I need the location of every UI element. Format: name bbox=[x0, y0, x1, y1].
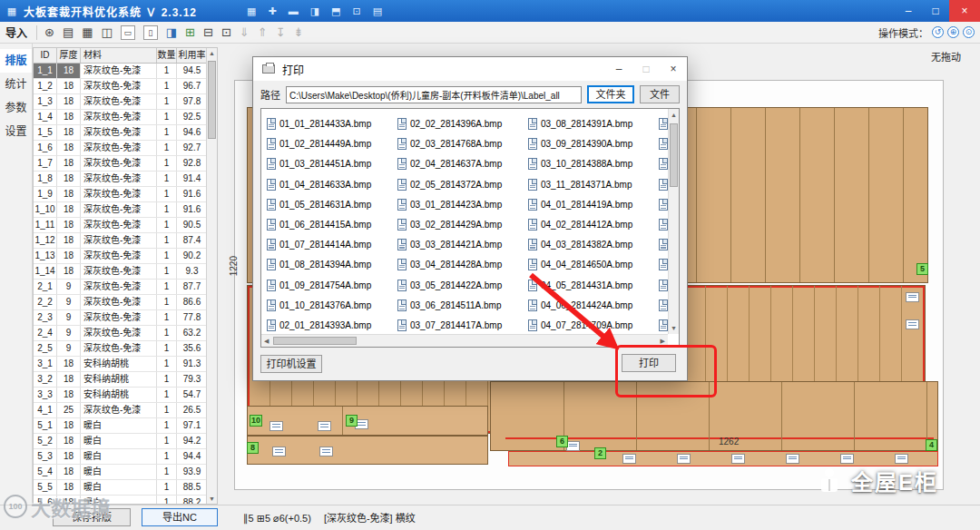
table-row[interactable]: 3_118安科纳胡桃191.3 bbox=[34, 357, 217, 372]
scroll-thumb[interactable] bbox=[670, 123, 678, 187]
table-row[interactable]: 1_1418深灰纹色-免漆19.3 bbox=[34, 264, 217, 280]
file-list-hscrollbar[interactable]: ◀ ▶ bbox=[261, 334, 668, 347]
table-row[interactable]: 1_1318深灰纹色-免漆190.2 bbox=[34, 249, 217, 264]
scroll-thumb[interactable] bbox=[273, 337, 357, 345]
file-item[interactable]: 03_04_2814428A.bmp bbox=[397, 255, 526, 274]
file-item[interactable]: 03_08_2814391A.bmp bbox=[528, 114, 657, 133]
dialog-close-button[interactable]: × bbox=[660, 57, 687, 81]
sidebar-item-参数[interactable]: 参数 bbox=[0, 96, 32, 120]
file-item[interactable]: 02_05_2814372A.bmp bbox=[397, 175, 526, 194]
file-item[interactable]: 03_03_2814421A.bmp bbox=[397, 235, 526, 254]
export-nc-button[interactable]: 导出NC bbox=[142, 508, 218, 526]
file-item[interactable]: 01_04_2814633A.bmp bbox=[267, 175, 396, 194]
table-row[interactable]: 1_1218深灰纹色-免漆187.4 bbox=[34, 233, 217, 249]
remove-icon[interactable]: ⊟ bbox=[203, 25, 213, 40]
file-item[interactable]: 03_01_2814423A.bmp bbox=[397, 195, 526, 214]
file-item[interactable]: 03_09_2814390A.bmp bbox=[528, 134, 657, 153]
table-row[interactable]: 2_49深灰纹色-免漆163.2 bbox=[34, 326, 217, 341]
file-item[interactable]: 02_04_2814637A.bmp bbox=[397, 154, 526, 173]
scroll-down-icon[interactable]: ▼ bbox=[207, 496, 217, 502]
file-item[interactable]: 03_07_2814417A.bmp bbox=[397, 316, 526, 332]
settings-icon[interactable]: ⊛ bbox=[44, 25, 54, 40]
file-item[interactable]: 02_02_2814396A.bmp bbox=[397, 114, 526, 133]
file-list-vscrollbar[interactable]: ▲ ▼ bbox=[668, 109, 679, 334]
half-panel-icon[interactable]: ◨ bbox=[310, 5, 319, 17]
scroll-left-icon[interactable]: ◀ bbox=[264, 338, 269, 345]
table-row[interactable]: 1_1118深灰纹色-免漆190.5 bbox=[34, 218, 217, 233]
select-mode-icon[interactable]: ⊙ bbox=[963, 26, 975, 38]
upload-icon[interactable]: ⇑ bbox=[258, 25, 268, 40]
file-item[interactable]: 01_09_2814754A.bmp bbox=[267, 276, 396, 295]
file-item[interactable]: 01_07_2814414A.bmp bbox=[267, 235, 396, 254]
file-item[interactable]: 03_02_2814429A.bmp bbox=[397, 215, 526, 234]
scroll-up-icon[interactable]: ▲ bbox=[669, 112, 679, 118]
table-row[interactable]: 1_418深灰纹色-免漆192.5 bbox=[34, 110, 217, 125]
file-item[interactable]: 01_08_2814394A.bmp bbox=[267, 255, 396, 274]
sidebar-item-设置[interactable]: 设置 bbox=[0, 120, 32, 143]
download-icon[interactable]: ⇓ bbox=[240, 25, 250, 40]
file-item[interactable]: 03_11_2814371A.bmp bbox=[528, 175, 657, 194]
sidebar-item-排版[interactable]: 排版 bbox=[0, 49, 32, 73]
panels-icon[interactable]: ◫ bbox=[102, 25, 113, 40]
file-item[interactable]: 04_04_2814650A.bmp bbox=[528, 255, 657, 274]
table-row[interactable]: 5_218暖白194.2 bbox=[34, 434, 217, 449]
table-row[interactable]: 3_318安科纳胡桃154.7 bbox=[34, 388, 217, 403]
table-scrollbar[interactable]: ▲ ▼ bbox=[206, 48, 217, 504]
sidebar-item-统计[interactable]: 统计 bbox=[0, 73, 32, 96]
frame-icon[interactable]: ⊡ bbox=[221, 25, 231, 40]
path-input[interactable] bbox=[286, 86, 582, 103]
table-row[interactable]: 1_1018深灰纹色-免漆191.6 bbox=[34, 202, 217, 218]
minus-board-icon[interactable]: ▬ bbox=[289, 5, 299, 17]
scroll-thumb[interactable] bbox=[208, 61, 216, 139]
scroll-down-icon[interactable]: ▼ bbox=[669, 325, 679, 331]
table-row[interactable]: 1_118深灰纹色-免漆194.5 bbox=[34, 64, 217, 79]
add-icon[interactable]: ⊞ bbox=[185, 25, 195, 40]
file-item[interactable]: 03_05_2814422A.bmp bbox=[397, 276, 526, 295]
add-board-icon[interactable]: ✚ bbox=[268, 5, 276, 17]
list-icon[interactable]: ▤ bbox=[373, 5, 382, 17]
file-item[interactable]: 01_10_2814376A.bmp bbox=[267, 296, 396, 315]
file-item[interactable]: 04_05_2814431A.bmp bbox=[528, 276, 657, 295]
label-tag-icon[interactable]: ▭ bbox=[121, 25, 135, 40]
table-row[interactable]: 1_518深灰纹色-免漆194.6 bbox=[34, 125, 217, 141]
image-icon[interactable]: ▦ bbox=[82, 25, 93, 40]
file-item[interactable]: 04_07_2814709A.bmp bbox=[528, 316, 657, 332]
table-row[interactable]: 1_818深灰纹色-免漆191.4 bbox=[34, 172, 217, 187]
file-item[interactable]: 01_03_2814451A.bmp bbox=[267, 154, 396, 173]
top-panel-icon[interactable]: ⬒ bbox=[331, 5, 340, 17]
file-item[interactable]: 02_01_2814393A.bmp bbox=[267, 316, 396, 332]
maximize-button[interactable]: □ bbox=[922, 0, 949, 22]
file-item[interactable]: 03_10_2814388A.bmp bbox=[528, 154, 657, 173]
table-row[interactable]: 1_318深灰纹色-免漆197.8 bbox=[34, 94, 217, 110]
table-row[interactable]: 5_118暖白197.1 bbox=[34, 418, 217, 434]
file-item[interactable]: 04_02_2814412A.bmp bbox=[528, 215, 657, 234]
table-row[interactable]: 1_718深灰纹色-免漆192.8 bbox=[34, 156, 217, 172]
dialog-minimize-button[interactable]: – bbox=[605, 57, 632, 81]
file-item[interactable]: 01_02_2814449A.bmp bbox=[267, 134, 396, 153]
file-item[interactable]: 01_05_2814631A.bmp bbox=[267, 195, 396, 214]
report-icon[interactable]: ▤ bbox=[63, 25, 74, 40]
to-bottom-icon[interactable]: ↧ bbox=[276, 25, 286, 40]
table-row[interactable]: 5_318暖白194.4 bbox=[34, 449, 217, 465]
printer-settings-button[interactable]: 打印机设置 bbox=[260, 355, 322, 373]
scroll-up-icon[interactable]: ▲ bbox=[207, 50, 217, 56]
file-item[interactable]: 01_06_2814415A.bmp bbox=[267, 215, 396, 234]
table-row[interactable]: 2_39深灰纹色-免漆177.8 bbox=[34, 310, 217, 326]
table-row[interactable]: 2_29深灰纹色-免漆186.6 bbox=[34, 295, 217, 310]
file-button[interactable]: 文件 bbox=[640, 85, 680, 103]
file-item[interactable]: 03_06_2814511A.bmp bbox=[397, 296, 526, 315]
table-row[interactable]: 4_125深灰纹色-免漆126.5 bbox=[34, 403, 217, 418]
file-item[interactable]: 01_01_2814433A.bmp bbox=[267, 114, 396, 133]
barcode-icon[interactable]: ▯ bbox=[143, 25, 158, 40]
table-row[interactable]: 5_418暖白193.9 bbox=[34, 465, 217, 480]
move-mode-icon[interactable]: ⊕ bbox=[947, 26, 959, 38]
dialog-maximize-button[interactable]: □ bbox=[632, 57, 660, 81]
file-item[interactable]: 04_03_2814382A.bmp bbox=[528, 235, 657, 254]
file-item[interactable]: 04_06_2814424A.bmp bbox=[528, 296, 657, 315]
table-row[interactable]: 2_59深灰纹色-免漆135.6 bbox=[34, 341, 217, 357]
box-icon[interactable]: ⊡ bbox=[352, 5, 360, 17]
scroll-right-icon[interactable]: ▶ bbox=[661, 338, 665, 345]
table-row[interactable]: 1_218深灰纹色-免漆196.7 bbox=[34, 79, 217, 94]
table-row[interactable]: 2_19深灰纹色-免漆187.7 bbox=[34, 280, 217, 295]
table-row[interactable]: 1_618深灰纹色-免漆192.7 bbox=[34, 141, 217, 156]
